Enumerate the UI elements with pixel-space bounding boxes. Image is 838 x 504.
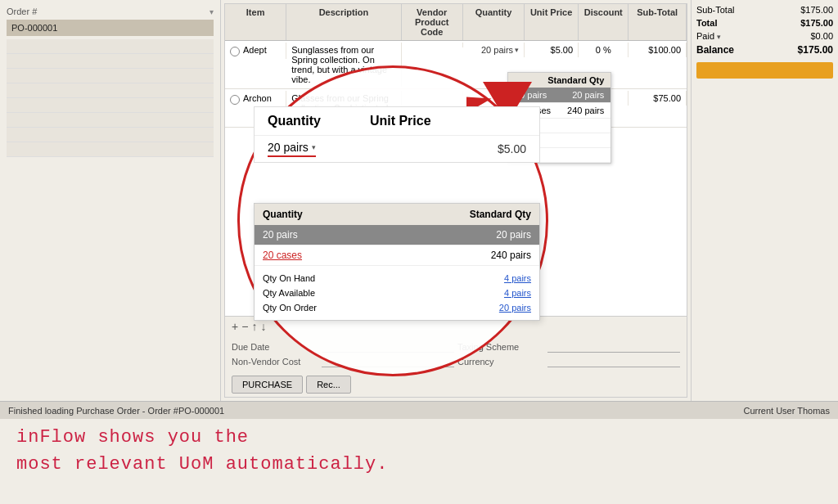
taxing-scheme-row: Taxing Scheme (457, 341, 680, 353)
item-name: Archon (243, 93, 272, 103)
qty-cell[interactable]: 20 pairs ▾ (463, 43, 525, 57)
receive-button[interactable]: Rec... (306, 376, 351, 394)
toolbar-area: + − ↑ ↓ (225, 316, 687, 336)
currency-value[interactable] (547, 356, 680, 367)
col-header-item: Item (225, 4, 286, 40)
disc-cell: 0 % (579, 91, 628, 106)
due-date-row: Due Date (232, 341, 454, 353)
sidebar-empty-row (7, 54, 214, 69)
table-row: Archon Glasses from our Spring collectio… (225, 89, 687, 128)
fields-area: Due Date Taxing Scheme Non-Vendor Cost C… (225, 336, 687, 372)
col-header-disc: Discount (579, 4, 628, 40)
col-header-desc: Description (286, 4, 401, 40)
table-row: Adept Sunglasses from our Spring collect… (225, 41, 687, 89)
sidebar-empty-row (7, 113, 214, 128)
app-container: Order # ▾ PO-000001 Item Description Ven… (0, 0, 838, 401)
annotation-line2: most relevant UoM automatically. (16, 451, 393, 478)
price-cell: $5.00 (525, 43, 579, 57)
col-header-subtotal: Sub-Total (628, 4, 687, 40)
order-label: Order # ▾ (7, 7, 214, 16)
row-radio[interactable] (230, 95, 240, 105)
move-up-button[interactable]: ↑ (251, 320, 257, 333)
purchase-button[interactable]: PURCHASE (232, 376, 303, 394)
right-panel: Sub-Total $175.00 Total $175.00 Paid ▾ $… (691, 0, 838, 401)
sidebar-empty-row (7, 128, 214, 142)
vpc-cell (402, 91, 463, 96)
non-vendor-cost-label: Non-Vendor Cost (232, 357, 322, 367)
order-dropdown-arrow[interactable]: ▾ (210, 7, 214, 16)
subtotal-label: Sub-Total (696, 5, 734, 15)
due-date-value[interactable] (322, 341, 454, 353)
taxing-scheme-label: Taxing Scheme (457, 342, 547, 352)
total-label: Total (696, 18, 717, 28)
total-value: $175.00 (800, 18, 833, 28)
disc-cell: 0 % (579, 43, 628, 57)
main-content: Item Description Vendor Product Code Qua… (224, 3, 687, 398)
item-cell: Archon (225, 91, 286, 107)
table-body: Adept Sunglasses from our Spring collect… (225, 41, 687, 316)
status-left: Finished loading Purchase Order - Order … (8, 406, 224, 416)
paid-label: Paid ▾ (696, 31, 721, 41)
paid-value: $0.00 (810, 31, 833, 41)
remove-button[interactable]: − (241, 320, 248, 333)
qty-dropdown-arrow[interactable]: ▾ (515, 46, 519, 54)
desc-cell: Glasses from our Spring collection. Soph… (286, 91, 401, 125)
currency-row: Currency (457, 356, 680, 367)
desc-cell: Sunglasses from our Spring collection. O… (286, 43, 401, 87)
due-date-label: Due Date (232, 342, 322, 352)
subtotal-value: $175.00 (800, 5, 833, 15)
paid-dropdown-arrow[interactable]: ▾ (717, 33, 721, 41)
sidebar-rows-list (7, 39, 214, 157)
sidebar-empty-row (7, 83, 214, 98)
subtotal-row: Sub-Total $175.00 (696, 5, 833, 15)
total-row: Total $175.00 (696, 18, 833, 28)
sidebar: Order # ▾ PO-000001 (0, 0, 221, 401)
orange-bar (696, 62, 833, 79)
non-vendor-cost-value[interactable] (322, 356, 454, 367)
sidebar-empty-row (7, 69, 214, 83)
sidebar-empty-row (7, 142, 214, 157)
subtotal-cell: $75.00 (628, 91, 687, 106)
sidebar-empty-row (7, 39, 214, 54)
balance-label: Balance (696, 44, 734, 56)
vpc-cell (402, 43, 463, 47)
sidebar-empty-row (7, 98, 214, 113)
add-button[interactable]: + (232, 320, 238, 333)
table-header: Item Description Vendor Product Code Qua… (225, 4, 687, 41)
balance-value: $175.00 (798, 44, 833, 56)
currency-label: Currency (457, 357, 547, 367)
annotation-area: inFlow shows you the most relevant UoM a… (0, 416, 409, 486)
move-down-button[interactable]: ↓ (260, 320, 266, 333)
action-buttons: PURCHASE Rec... (225, 372, 687, 397)
item-name: Adept (243, 45, 267, 55)
col-header-qty: Quantity (463, 4, 525, 40)
col-header-vpc: Vendor Product Code (402, 4, 463, 40)
paid-row: Paid ▾ $0.00 (696, 31, 833, 41)
subtotal-cell: $100.00 (628, 43, 687, 57)
balance-row: Balance $175.00 (696, 44, 833, 56)
row-radio[interactable] (230, 47, 240, 56)
item-cell: Adept (225, 43, 286, 59)
status-right: Current User Thomas (743, 406, 830, 416)
annotation-line1: inFlow shows you the (16, 424, 393, 451)
order-value[interactable]: PO-000001 (7, 20, 214, 36)
non-vendor-cost-row: Non-Vendor Cost (232, 356, 454, 367)
col-header-price: Unit Price (525, 4, 579, 40)
qty-cell[interactable] (463, 91, 525, 96)
price-cell (525, 91, 579, 96)
taxing-scheme-value[interactable] (547, 341, 680, 353)
